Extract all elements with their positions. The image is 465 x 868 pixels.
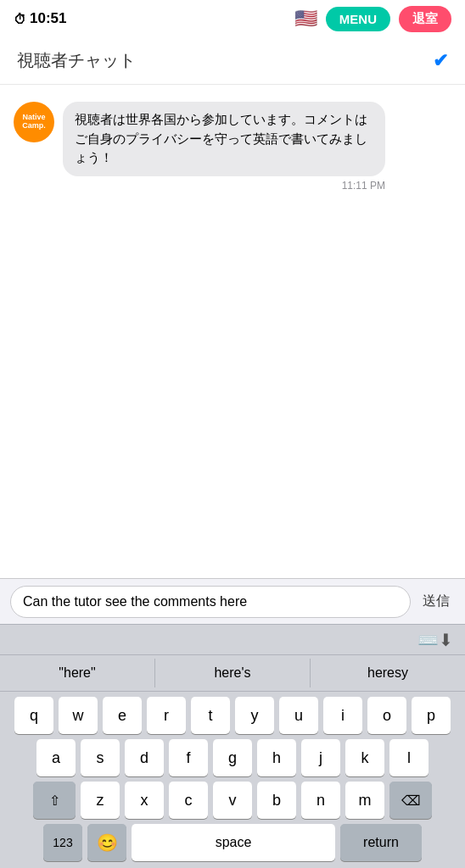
chat-header: 視聴者チャット ✔ [0,37,465,85]
key-row-1: q w e r t y u i o p [0,692,465,734]
key-x[interactable]: x [125,782,164,819]
key-q[interactable]: q [14,697,53,734]
keyboard-dismiss-icon[interactable]: ⌨️⬇ [417,630,453,650]
key-a[interactable]: a [36,739,76,776]
key-row-3: ⇧ z x c v b n m ⌫ [0,776,465,819]
predictive-word-1[interactable]: "here" [0,659,155,687]
menu-button[interactable]: MENU [326,7,390,31]
key-row-4: 123 😊 space return [0,819,465,868]
key-t[interactable]: t [191,697,230,734]
key-c[interactable]: c [169,782,208,819]
key-i[interactable]: i [323,697,362,734]
predictive-word-2[interactable]: here's [155,659,311,687]
message-row: Native Camp. 視聴者は世界各国から参加しています。コメントはご自身の… [14,102,451,192]
key-g[interactable]: g [213,739,252,776]
status-time: ⏱ 10:51 [14,10,66,27]
chat-input[interactable] [10,586,411,618]
exit-button[interactable]: 退室 [399,6,451,32]
message-time: 11:11 PM [342,180,385,192]
avatar-text-camp: Camp. [22,122,46,131]
key-z[interactable]: z [81,782,120,819]
key-p[interactable]: p [412,697,451,734]
key-w[interactable]: w [59,697,98,734]
time-display: 10:51 [30,10,66,27]
key-123[interactable]: 123 [43,824,82,861]
key-emoji[interactable]: 😊 [87,824,126,861]
key-return[interactable]: return [340,824,422,861]
chevron-down-icon[interactable]: ✔ [433,50,448,72]
key-space[interactable]: space [132,824,335,861]
key-j[interactable]: j [301,739,340,776]
chat-header-title: 視聴者チャット [17,49,136,72]
key-m[interactable]: m [345,782,384,819]
input-area: 送信 [0,578,465,624]
key-u[interactable]: u [279,697,318,734]
flag-icon: 🇺🇸 [294,8,317,30]
status-right: 🇺🇸 MENU 退室 [294,6,451,32]
key-e[interactable]: e [103,697,142,734]
predictive-bar: "here" here's heresy [0,654,465,692]
key-d[interactable]: d [125,739,164,776]
status-bar: ⏱ 10:51 🇺🇸 MENU 退室 [0,0,465,37]
predictive-word-3[interactable]: heresy [311,659,465,687]
keyboard-dismiss-bar: ⌨️⬇ [0,624,465,654]
message-content-wrapper: 視聴者は世界各国から参加しています。コメントはご自身のプライバシーを守って英語で… [63,102,385,192]
clock-icon: ⏱ [14,12,26,26]
message-bubble: 視聴者は世界各国から参加しています。コメントはご自身のプライバシーを守って英語で… [63,102,385,176]
key-shift[interactable]: ⇧ [33,782,76,819]
key-y[interactable]: y [235,697,274,734]
avatar: Native Camp. [14,102,54,142]
key-l[interactable]: l [389,739,429,776]
send-button[interactable]: 送信 [417,589,455,614]
key-f[interactable]: f [169,739,208,776]
key-v[interactable]: v [213,782,252,819]
key-backspace[interactable]: ⌫ [389,782,432,819]
key-h[interactable]: h [257,739,296,776]
key-o[interactable]: o [367,697,406,734]
chat-area: Native Camp. 視聴者は世界各国から参加しています。コメントはご自身の… [0,85,465,578]
keyboard: q w e r t y u i o p a s d f g h j k l ⇧ … [0,692,465,868]
key-row-2: a s d f g h j k l [0,734,465,776]
key-r[interactable]: r [147,697,186,734]
key-s[interactable]: s [81,739,120,776]
key-k[interactable]: k [345,739,384,776]
key-n[interactable]: n [301,782,340,819]
key-b[interactable]: b [257,782,296,819]
